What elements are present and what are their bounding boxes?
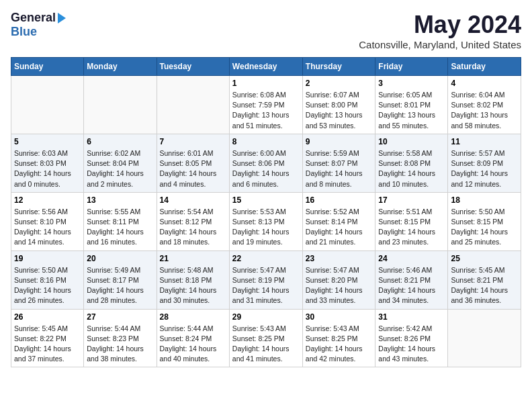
table-row: 15Sunrise: 5:53 AM Sunset: 8:13 PM Dayli… [229, 192, 302, 250]
table-row: 22Sunrise: 5:47 AM Sunset: 8:19 PM Dayli… [229, 250, 302, 309]
day-number: 30 [306, 312, 373, 322]
day-number: 11 [451, 137, 518, 146]
day-info: Sunrise: 5:52 AM Sunset: 8:14 PM Dayligh… [306, 207, 373, 248]
day-info: Sunrise: 6:05 AM Sunset: 8:01 PM Dayligh… [378, 90, 445, 131]
day-number: 6 [87, 137, 153, 146]
table-row: 10Sunrise: 5:58 AM Sunset: 8:08 PM Dayli… [375, 134, 448, 192]
day-number: 26 [14, 312, 81, 322]
header-thursday: Thursday [302, 58, 375, 76]
header-monday: Monday [84, 58, 157, 76]
day-info: Sunrise: 5:53 AM Sunset: 8:13 PM Dayligh… [232, 207, 300, 248]
day-info: Sunrise: 5:49 AM Sunset: 8:17 PM Dayligh… [87, 265, 153, 306]
day-number: 18 [451, 195, 518, 205]
table-row: 8Sunrise: 6:00 AM Sunset: 8:06 PM Daylig… [229, 134, 302, 192]
day-info: Sunrise: 5:59 AM Sunset: 8:07 PM Dayligh… [306, 148, 373, 189]
day-info: Sunrise: 5:47 AM Sunset: 8:19 PM Dayligh… [232, 265, 300, 306]
day-number: 20 [87, 254, 153, 263]
day-info: Sunrise: 5:42 AM Sunset: 8:26 PM Dayligh… [378, 324, 445, 365]
day-info: Sunrise: 5:46 AM Sunset: 8:21 PM Dayligh… [378, 265, 445, 306]
header-wednesday: Wednesday [229, 58, 302, 76]
table-row: 29Sunrise: 5:43 AM Sunset: 8:25 PM Dayli… [229, 309, 302, 367]
day-info: Sunrise: 5:56 AM Sunset: 8:10 PM Dayligh… [14, 207, 81, 248]
table-row: 17Sunrise: 5:51 AM Sunset: 8:15 PM Dayli… [375, 192, 448, 250]
day-info: Sunrise: 5:50 AM Sunset: 8:16 PM Dayligh… [14, 265, 81, 306]
day-number: 21 [160, 254, 226, 263]
page-header: General Blue May 2024 Catonsville, Maryl… [11, 11, 521, 50]
day-number: 25 [451, 254, 518, 263]
day-info: Sunrise: 5:50 AM Sunset: 8:15 PM Dayligh… [451, 207, 518, 248]
day-info: Sunrise: 6:03 AM Sunset: 8:03 PM Dayligh… [14, 148, 81, 189]
day-number: 29 [232, 312, 300, 322]
day-number: 14 [160, 195, 226, 205]
header-saturday: Saturday [448, 58, 521, 76]
day-number: 9 [306, 137, 373, 146]
table-row: 4Sunrise: 6:04 AM Sunset: 8:02 PM Daylig… [448, 76, 521, 134]
table-row: 3Sunrise: 6:05 AM Sunset: 8:01 PM Daylig… [375, 76, 448, 134]
calendar-week-row: 12Sunrise: 5:56 AM Sunset: 8:10 PM Dayli… [11, 192, 521, 250]
table-row: 21Sunrise: 5:48 AM Sunset: 8:18 PM Dayli… [157, 250, 229, 309]
table-row: 24Sunrise: 5:46 AM Sunset: 8:21 PM Dayli… [375, 250, 448, 309]
day-number: 8 [232, 137, 300, 146]
table-row: 23Sunrise: 5:47 AM Sunset: 8:20 PM Dayli… [302, 250, 375, 309]
day-number: 23 [306, 254, 373, 263]
day-number: 13 [87, 195, 153, 205]
calendar-header-row: Sunday Monday Tuesday Wednesday Thursday… [11, 58, 521, 76]
table-row: 31Sunrise: 5:42 AM Sunset: 8:26 PM Dayli… [375, 309, 448, 367]
day-number: 27 [87, 312, 153, 322]
day-info: Sunrise: 5:54 AM Sunset: 8:12 PM Dayligh… [160, 207, 226, 248]
calendar-week-row: 19Sunrise: 5:50 AM Sunset: 8:16 PM Dayli… [11, 250, 521, 309]
header-tuesday: Tuesday [157, 58, 229, 76]
table-row: 20Sunrise: 5:49 AM Sunset: 8:17 PM Dayli… [84, 250, 157, 309]
table-row: 9Sunrise: 5:59 AM Sunset: 8:07 PM Daylig… [302, 134, 375, 192]
day-info: Sunrise: 5:51 AM Sunset: 8:15 PM Dayligh… [378, 207, 445, 248]
day-number: 4 [451, 79, 518, 88]
table-row: 14Sunrise: 5:54 AM Sunset: 8:12 PM Dayli… [157, 192, 229, 250]
day-number: 19 [14, 254, 81, 263]
day-number: 3 [378, 79, 445, 88]
day-info: Sunrise: 6:02 AM Sunset: 8:04 PM Dayligh… [87, 148, 153, 189]
header-sunday: Sunday [11, 58, 84, 76]
logo-blue: Blue [11, 25, 37, 39]
table-row: 13Sunrise: 5:55 AM Sunset: 8:11 PM Dayli… [84, 192, 157, 250]
day-info: Sunrise: 5:47 AM Sunset: 8:20 PM Dayligh… [306, 265, 373, 306]
day-info: Sunrise: 5:43 AM Sunset: 8:25 PM Dayligh… [306, 324, 373, 365]
table-row: 26Sunrise: 5:45 AM Sunset: 8:22 PM Dayli… [11, 309, 84, 367]
day-number: 10 [378, 137, 445, 146]
table-row [448, 309, 521, 367]
table-row: 27Sunrise: 5:44 AM Sunset: 8:23 PM Dayli… [84, 309, 157, 367]
day-info: Sunrise: 5:48 AM Sunset: 8:18 PM Dayligh… [160, 265, 226, 306]
table-row: 7Sunrise: 6:01 AM Sunset: 8:05 PM Daylig… [157, 134, 229, 192]
day-number: 1 [232, 79, 300, 88]
header-friday: Friday [375, 58, 448, 76]
day-number: 22 [232, 254, 300, 263]
day-info: Sunrise: 5:58 AM Sunset: 8:08 PM Dayligh… [378, 148, 445, 189]
table-row: 6Sunrise: 6:02 AM Sunset: 8:04 PM Daylig… [84, 134, 157, 192]
day-info: Sunrise: 5:45 AM Sunset: 8:22 PM Dayligh… [14, 324, 81, 365]
title-block: May 2024 Catonsville, Maryland, United S… [359, 11, 521, 50]
day-info: Sunrise: 5:44 AM Sunset: 8:23 PM Dayligh… [87, 324, 153, 365]
table-row: 11Sunrise: 5:57 AM Sunset: 8:09 PM Dayli… [448, 134, 521, 192]
calendar-week-row: 1Sunrise: 6:08 AM Sunset: 7:59 PM Daylig… [11, 76, 521, 134]
day-info: Sunrise: 5:44 AM Sunset: 8:24 PM Dayligh… [160, 324, 226, 365]
day-info: Sunrise: 6:01 AM Sunset: 8:05 PM Dayligh… [160, 148, 226, 189]
day-info: Sunrise: 5:57 AM Sunset: 8:09 PM Dayligh… [451, 148, 518, 189]
day-number: 2 [306, 79, 373, 88]
table-row: 1Sunrise: 6:08 AM Sunset: 7:59 PM Daylig… [229, 76, 302, 134]
calendar-week-row: 5Sunrise: 6:03 AM Sunset: 8:03 PM Daylig… [11, 134, 521, 192]
day-number: 28 [160, 312, 226, 322]
day-info: Sunrise: 5:55 AM Sunset: 8:11 PM Dayligh… [87, 207, 153, 248]
table-row: 2Sunrise: 6:07 AM Sunset: 8:00 PM Daylig… [302, 76, 375, 134]
day-info: Sunrise: 6:08 AM Sunset: 7:59 PM Dayligh… [232, 90, 300, 131]
calendar-table: Sunday Monday Tuesday Wednesday Thursday… [11, 57, 521, 367]
day-info: Sunrise: 6:04 AM Sunset: 8:02 PM Dayligh… [451, 90, 518, 131]
table-row: 19Sunrise: 5:50 AM Sunset: 8:16 PM Dayli… [11, 250, 84, 309]
table-row: 12Sunrise: 5:56 AM Sunset: 8:10 PM Dayli… [11, 192, 84, 250]
location-subtitle: Catonsville, Maryland, United States [359, 39, 521, 50]
day-number: 31 [378, 312, 445, 322]
day-number: 5 [14, 137, 81, 146]
day-info: Sunrise: 5:43 AM Sunset: 8:25 PM Dayligh… [232, 324, 300, 365]
day-number: 16 [306, 195, 373, 205]
calendar-week-row: 26Sunrise: 5:45 AM Sunset: 8:22 PM Dayli… [11, 309, 521, 367]
table-row: 25Sunrise: 5:45 AM Sunset: 8:21 PM Dayli… [448, 250, 521, 309]
table-row: 18Sunrise: 5:50 AM Sunset: 8:15 PM Dayli… [448, 192, 521, 250]
